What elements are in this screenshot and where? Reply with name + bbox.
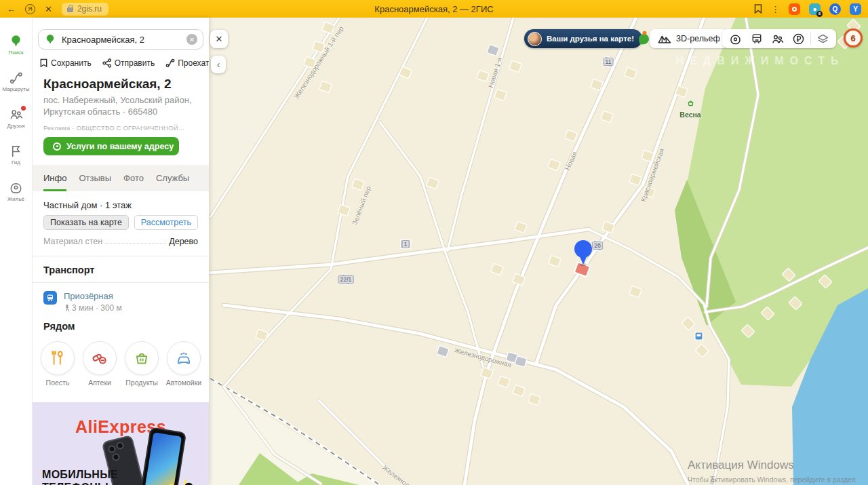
card-actions: Сохранить Отправить Проехать (39, 58, 203, 68)
toolbar-divider (810, 33, 811, 45)
q-service-icon[interactable]: Q (829, 3, 841, 15)
mitten-icon (9, 180, 23, 195)
route-icon (9, 71, 23, 85)
alice-search-icon[interactable] (789, 3, 800, 15)
page-title: Красноармейская, 2 — 2ГИС (0, 4, 868, 14)
transport-layer-button[interactable] (746, 29, 767, 48)
sidebar-item-housing[interactable]: Жильё (0, 176, 33, 206)
browser-bar: ← Я ✕ 2gis.ru Красноармейская, 2 — 2ГИС … (0, 0, 868, 18)
nearby-pharmacy[interactable]: Аптеки (81, 341, 118, 387)
place-title: Красноармейская, 2 (43, 77, 198, 92)
ad-text: МОБИЛЬНЫЕ ТЕЛЕФОНЫ НА ALIEXPRESS (42, 469, 132, 485)
tab-photos[interactable]: Фото (123, 173, 144, 191)
search-input[interactable] (62, 35, 181, 45)
sidebar: Поиск Маршруты Друзья Гид (0, 18, 33, 485)
stop-name[interactable]: Приозёрная (64, 291, 122, 301)
map-tiles (209, 18, 868, 485)
nearby-food[interactable]: Поесть (39, 341, 76, 387)
carwash-icon (175, 349, 193, 367)
profile-badge[interactable]: 6 (844, 28, 863, 47)
back-icon[interactable]: ← (7, 5, 16, 14)
ad-disclaimer: Реклама · ОБЩЕСТВО С ОГРАНИЧЕННОЙ… (43, 124, 198, 132)
address-bar[interactable]: 2gis.ru (62, 3, 108, 16)
tab-services[interactable]: Службы (156, 173, 189, 191)
food-icon (49, 349, 66, 367)
relief-3d-button[interactable]: 3D-рельеф (650, 29, 728, 48)
bus-icon (43, 291, 57, 305)
notification-dot (21, 106, 26, 111)
show-on-map-button[interactable]: Показать на карте (43, 215, 129, 230)
nearby-grocery[interactable]: Продукты (123, 341, 160, 387)
layers-button[interactable] (812, 29, 833, 48)
map-layers-toolbar (722, 29, 836, 48)
services-button[interactable]: Услуги по вашему адресу (43, 137, 179, 155)
friends-on-map-banner[interactable]: Ваши друзья на карте! (524, 29, 642, 48)
aliexpress-ad-banner[interactable]: AliExpress МОБИЛЬНЫЕ ТЕЛЕФОНЫ НА ALIEXPR… (33, 402, 209, 485)
clear-search-icon[interactable]: ✕ (186, 34, 197, 45)
collapse-panel-button[interactable]: ‹ (211, 56, 226, 73)
close-tab-icon[interactable]: ✕ (45, 5, 52, 14)
menu-icon[interactable]: ⋮ (771, 5, 780, 14)
screen: { "browser": { "url": "2gis.ru", "title"… (0, 0, 868, 485)
friends-icon (771, 33, 784, 45)
place-card-panel: ✕ Сохранить Отправить Проехать (33, 18, 209, 485)
walk-icon (64, 305, 70, 312)
share-button[interactable]: Отправить (102, 58, 155, 68)
nearby-title: Рядом (43, 321, 198, 332)
lock-icon (67, 7, 73, 12)
search-box[interactable]: ✕ (38, 29, 203, 50)
transport-title: Транспорт (43, 265, 198, 275)
inspect-button[interactable]: Рассмотреть (134, 215, 198, 230)
place-address: пос. Набережный, Усольский район, Иркутс… (43, 94, 198, 117)
nearby-carwash[interactable]: Автомойки (165, 341, 202, 387)
bookmark-icon[interactable] (754, 4, 762, 14)
building-info: Частный дом · 1 этаж (43, 200, 198, 210)
material-row: Материал стен Дерево (43, 237, 198, 246)
close-card-button[interactable]: ✕ (210, 30, 228, 48)
grocery-icon (133, 349, 151, 367)
housing-layer-button[interactable] (725, 29, 746, 48)
nearby-categories: Поесть Аптеки Продукты (39, 341, 202, 387)
stop-info: 3 мин · 300 м (64, 303, 122, 313)
terrain-icon (658, 34, 671, 44)
share-icon (102, 58, 112, 68)
route-button[interactable]: Проехать (165, 58, 209, 68)
yandex-logo-icon[interactable]: Я (25, 4, 35, 14)
bookmark-icon (39, 58, 48, 68)
route-icon (165, 58, 175, 68)
yandex-browser-icon[interactable]: Y (850, 3, 861, 15)
tab-reviews[interactable]: Отзывы (79, 173, 111, 191)
flag-icon (9, 144, 23, 158)
2gis-pin-icon (44, 33, 56, 45)
card-tabs: Инфо Отзывы Фото Службы (33, 165, 209, 191)
bus-icon (751, 33, 763, 45)
save-button[interactable]: Сохранить (39, 58, 92, 68)
friend-avatar (528, 32, 542, 46)
friends-layer-button[interactable] (767, 29, 788, 48)
2gis-pin-icon (9, 34, 23, 48)
transport-stop[interactable]: Приозёрная 3 мин · 300 м (43, 291, 198, 313)
mitten-icon (729, 33, 742, 45)
sidebar-item-routes[interactable]: Маршруты (0, 66, 33, 96)
pharmacy-icon (91, 349, 108, 367)
parking-layer-button[interactable] (788, 29, 809, 48)
map-canvas[interactable]: Железнодорожный 1-й перНовая 1-яНоваяЗел… (209, 18, 868, 485)
services-icon (53, 142, 61, 151)
parking-ruble-icon (792, 33, 805, 45)
sidebar-item-search[interactable]: Поиск (0, 30, 33, 60)
layers-icon (816, 33, 829, 45)
tab-info[interactable]: Инфо (43, 173, 66, 191)
messenger-icon[interactable]: ●8 (809, 3, 821, 15)
sidebar-item-friends[interactable]: Друзья (0, 103, 33, 133)
url-text: 2gis.ru (77, 4, 102, 14)
bus-stop-icon (695, 332, 703, 340)
sidebar-item-guide[interactable]: Гид (0, 140, 33, 170)
